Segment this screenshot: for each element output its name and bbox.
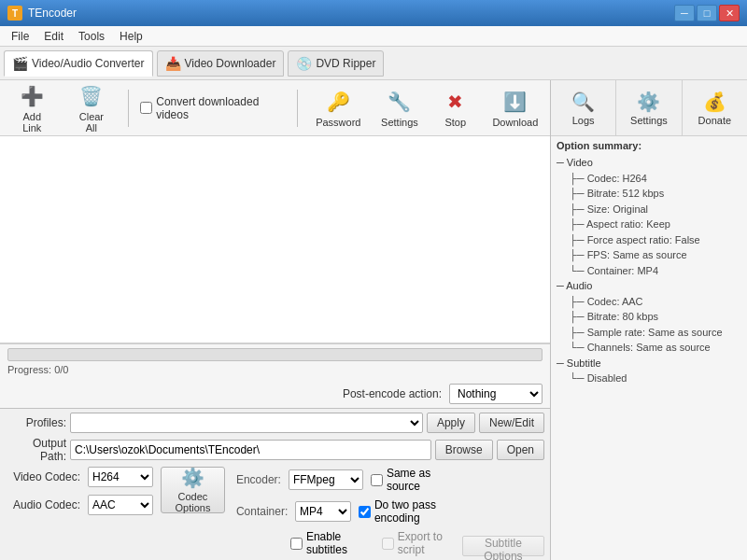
output-path-label: Output Path: xyxy=(6,437,66,463)
two-pass-label[interactable]: Do two pass encoding xyxy=(359,498,455,525)
donate-button[interactable]: 💰 Donate xyxy=(683,80,747,135)
profiles-label: Profiles: xyxy=(6,416,66,429)
divider xyxy=(128,90,129,127)
logs-button[interactable]: 🔍 Logs xyxy=(551,80,616,135)
option-summary: Option summary: ─ Video ├─ Codec: H264 ├… xyxy=(551,136,747,560)
tab-video-audio-converter[interactable]: 🎬 Video/Audio Converter xyxy=(4,50,153,77)
container-select[interactable]: MP4 MKV AVI xyxy=(295,501,351,522)
enable-subtitles-label[interactable]: Enable subtitles xyxy=(290,530,367,556)
settings-wrench-icon: 🔧 xyxy=(387,89,413,115)
container-label: Container: xyxy=(236,505,288,518)
audio-codec-row: Audio Codec: AAC MP3 AC3 xyxy=(6,495,153,515)
video-codec-row: Video Codec: H264 H265 MPEG4 xyxy=(6,467,153,487)
export-script-checkbox[interactable] xyxy=(382,538,394,550)
same-as-source-checkbox[interactable] xyxy=(371,474,383,486)
menu-tools[interactable]: Tools xyxy=(71,28,112,45)
post-encode-row: Post-encode action: Nothing Shutdown Hib… xyxy=(0,380,550,408)
post-encode-label: Post-encode action: xyxy=(343,387,442,400)
lower-right: Encoder: FFMpeg Same as source Container… xyxy=(236,467,455,556)
output-row: Output Path: Browse Open xyxy=(6,437,544,463)
settings-button[interactable]: 🔧 Settings xyxy=(374,85,425,132)
encoder-label: Encoder: xyxy=(236,473,281,486)
right-settings-button[interactable]: ⚙️ Settings xyxy=(616,80,682,135)
container-row: Container: MP4 MKV AVI Do two pass encod… xyxy=(236,498,455,525)
same-as-source-label[interactable]: Same as source xyxy=(371,467,455,493)
main-container: ➕ Add Link 🗑️ Clear All Convert download… xyxy=(0,80,747,560)
stop-icon: ✖ xyxy=(443,89,469,115)
open-button[interactable]: Open xyxy=(497,440,544,460)
divider2 xyxy=(297,90,298,127)
progress-text: Progress: 0/0 xyxy=(7,364,68,375)
two-pass-checkbox[interactable] xyxy=(359,506,371,518)
clear-icon: 🗑️ xyxy=(78,83,105,109)
bottom-panel: Profiles: Apply New/Edit Output Path: Br… xyxy=(0,408,550,560)
menu-edit[interactable]: Edit xyxy=(36,28,71,45)
add-icon: ➕ xyxy=(19,83,45,109)
tree-subtitle: ─ Subtitle └─ Disabled xyxy=(557,356,741,386)
tab-bar: 🎬 Video/Audio Converter 📥 Video Download… xyxy=(0,47,747,80)
stop-button[interactable]: ✖ Stop xyxy=(432,85,479,132)
right-top-buttons: 🔍 Logs ⚙️ Settings 💰 Donate xyxy=(551,80,747,136)
tree-video: ─ Video ├─ Codec: H264 ├─ Bitrate: 512 k… xyxy=(557,155,741,278)
lower-codec-rows: Video Codec: H264 H265 MPEG4 Audio Codec… xyxy=(6,467,544,556)
tab-dvd-ripper[interactable]: 💿 DVD Ripper xyxy=(288,50,384,77)
add-link-button[interactable]: ➕ Add Link xyxy=(6,79,59,137)
convert-downloaded-checkbox-label[interactable]: Convert downloaded videos xyxy=(140,95,286,121)
option-summary-title: Option summary: xyxy=(557,140,741,151)
profiles-select[interactable] xyxy=(70,413,423,433)
audio-codec-label: Audio Codec: xyxy=(6,498,80,511)
left-panel: ➕ Add Link 🗑️ Clear All Convert download… xyxy=(0,80,551,560)
tab-video-downloader[interactable]: 📥 Video Downloader xyxy=(157,50,285,77)
output-path-input[interactable] xyxy=(70,440,431,460)
codec-options-button[interactable]: ⚙️ Codec Options xyxy=(161,467,225,513)
donate-icon: 💰 xyxy=(703,91,726,113)
download-button[interactable]: ⬇️ Download xyxy=(486,85,544,132)
clear-all-button[interactable]: 🗑️ Clear All xyxy=(66,79,118,137)
menu-bar: File Edit Tools Help xyxy=(0,26,747,47)
audio-codec-select[interactable]: AAC MP3 AC3 xyxy=(88,495,153,515)
lower-left: Video Codec: H264 H265 MPEG4 Audio Codec… xyxy=(6,467,153,556)
profiles-row: Profiles: Apply New/Edit xyxy=(6,413,544,433)
progress-bar-container xyxy=(7,348,543,361)
file-list[interactable] xyxy=(0,136,550,343)
tree-audio: ─ Audio ├─ Codec: AAC ├─ Bitrate: 80 kbp… xyxy=(557,278,741,356)
password-button[interactable]: 🔑 Password xyxy=(309,85,367,132)
window-controls: ─ □ ✕ xyxy=(674,5,740,21)
gear-icon: ⚙️ xyxy=(637,91,660,113)
export-script-label[interactable]: Export to script xyxy=(382,530,455,556)
menu-help[interactable]: Help xyxy=(112,28,150,45)
password-icon: 🔑 xyxy=(325,89,351,115)
apply-button[interactable]: Apply xyxy=(427,413,475,433)
video-codec-label: Video Codec: xyxy=(6,470,80,483)
action-toolbar: ➕ Add Link 🗑️ Clear All Convert download… xyxy=(0,80,550,136)
enable-subtitles-checkbox[interactable] xyxy=(290,538,303,550)
minimize-button[interactable]: ─ xyxy=(674,5,695,21)
video-codec-select[interactable]: H264 H265 MPEG4 xyxy=(88,467,153,487)
title-bar: T TEncoder ─ □ ✕ xyxy=(0,0,747,26)
convert-downloaded-checkbox[interactable] xyxy=(140,102,152,114)
new-edit-button[interactable]: New/Edit xyxy=(479,413,544,433)
menu-file[interactable]: File xyxy=(4,28,36,45)
encoder-row: Encoder: FFMpeg Same as source xyxy=(236,467,455,493)
app-icon: T xyxy=(7,6,22,21)
logs-icon: 🔍 xyxy=(571,91,595,113)
browse-button[interactable]: Browse xyxy=(435,440,493,460)
right-panel: 🔍 Logs ⚙️ Settings 💰 Donate Option summa… xyxy=(551,80,747,560)
subtitle-options-button[interactable]: Subtitle Options xyxy=(462,536,544,556)
close-button[interactable]: ✕ xyxy=(719,5,740,21)
title-bar-title: TEncoder xyxy=(28,7,77,20)
maximize-button[interactable]: □ xyxy=(697,5,717,21)
encoder-select[interactable]: FFMpeg xyxy=(289,469,363,490)
download-icon: ⬇️ xyxy=(502,89,529,115)
post-encode-select[interactable]: Nothing Shutdown Hibernate Standby xyxy=(449,384,543,404)
progress-area: Progress: 0/0 xyxy=(0,343,550,380)
